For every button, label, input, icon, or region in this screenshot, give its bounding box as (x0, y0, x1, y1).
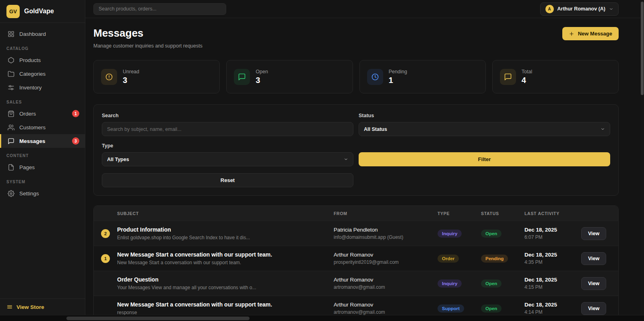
chat-bubble-icon (504, 73, 512, 81)
new-message-button[interactable]: New Message (562, 27, 619, 40)
column-header-subject: SUBJECT (117, 211, 334, 216)
column-header-last-activity: LAST ACTIVITY (524, 211, 581, 216)
stat-label: Unread (123, 69, 139, 75)
message-subject: Order Question (117, 276, 334, 283)
horizontal-scrollbar[interactable] (0, 315, 644, 321)
status-badge: Pending (481, 255, 508, 263)
stat-value: 1 (389, 76, 407, 85)
sidebar-item-dashboard[interactable]: Dashboard (0, 27, 85, 41)
type-select[interactable]: All Types (102, 152, 353, 166)
view-store-link[interactable]: View Store (0, 298, 85, 315)
from-cell: Arthur Romanovprosperityintl2019@gmail.c… (334, 252, 438, 265)
unread-count-badge: 2 (101, 229, 110, 238)
hexagon-icon (8, 57, 14, 64)
sender-email: prosperityintl2019@gmail.com (334, 259, 438, 265)
stat-label: Open (256, 69, 268, 75)
sidebar-item-orders[interactable]: Orders1 (0, 107, 85, 120)
user-menu[interactable]: A Arthur Romanov (A) (540, 2, 619, 16)
message-search-input[interactable] (102, 122, 353, 136)
sidebar-item-pages[interactable]: Pages (0, 160, 85, 174)
from-cell: Arthur Romanovartromanov@gmail.com (334, 302, 438, 315)
sender-name: Arthur Romanov (334, 252, 438, 258)
last-activity-cell: Dec 18, 20254:15 PM (524, 277, 581, 290)
stat-card-open: Open3 (226, 60, 353, 93)
stat-text: Open3 (256, 69, 268, 85)
table-header: SUBJECTFROMTYPESTATUSLAST ACTIVITY (94, 206, 618, 221)
activity-date: Dec 18, 2025 (524, 277, 581, 283)
message-subject: New Message Start a conversation with ou… (117, 251, 334, 258)
menu-icon (6, 304, 13, 310)
stat-card-unread: Unread3 (93, 60, 220, 93)
type-badge: Inquiry (438, 280, 462, 288)
action-cell: View (581, 277, 618, 290)
file-icon (8, 164, 14, 171)
view-button[interactable]: View (581, 252, 606, 265)
unread-cell: 2 (94, 229, 117, 238)
brand-logo: GV (6, 5, 20, 18)
sidebar-item-label: Pages (19, 164, 35, 170)
sidebar-item-messages[interactable]: Messages3 (0, 134, 85, 148)
sidebar-item-inventory[interactable]: Inventory (0, 81, 85, 94)
view-store-label: View Store (17, 304, 44, 310)
notification-badge: 3 (72, 137, 79, 145)
type-badge: Inquiry (438, 230, 462, 238)
sidebar-section-label: CATALOG (0, 41, 85, 53)
message-preview: Enlist goldvape.shop into Google Search … (117, 235, 334, 240)
status-select-value: All Status (364, 126, 387, 132)
type-cell: Support (438, 304, 481, 313)
reset-button[interactable]: Reset (102, 173, 353, 187)
plus-icon (569, 31, 574, 37)
sender-email: artromanov@gmail.com (334, 309, 438, 315)
sidebar-item-products[interactable]: Products (0, 53, 85, 67)
sidebar-item-settings[interactable]: Settings (0, 186, 85, 200)
from-cell: Patricia Pendletoninfo@domainsubmit.app … (334, 227, 438, 240)
message-preview: New Message Start a conversation with ou… (117, 260, 334, 265)
unread-count-badge: 1 (101, 254, 110, 263)
avatar: A (545, 5, 554, 13)
sender-email: info@domainsubmit.app (Guest) (334, 234, 438, 240)
shopping-bag-icon (8, 110, 14, 117)
status-badge: Open (481, 280, 502, 288)
view-button[interactable]: View (581, 227, 606, 240)
subject-cell: Product InformationEnlist goldvape.shop … (117, 226, 334, 240)
subject-cell: New Message Start a conversation with ou… (117, 301, 334, 315)
view-button[interactable]: View (581, 277, 606, 290)
sidebar-section-label: SYSTEM (0, 174, 85, 186)
sender-email: artromanov@gmail.com (334, 284, 438, 290)
vertical-scrollbar[interactable] (640, 0, 644, 315)
global-search-input[interactable] (93, 3, 226, 15)
status-badge: Open (481, 304, 502, 313)
new-message-label: New Message (578, 31, 612, 37)
subject-cell: Order QuestionYour Messages View and man… (117, 276, 334, 290)
chevron-down-icon (609, 7, 613, 11)
type-cell: Inquiry (438, 280, 481, 288)
dashboard-icon (8, 31, 14, 37)
table-row: New Message Start a conversation with ou… (94, 296, 618, 315)
app-window: GV GoldVape DashboardCATALOGProductsCate… (0, 0, 644, 315)
table-row: 2Product InformationEnlist goldvape.shop… (94, 221, 618, 246)
activity-time: 6:07 PM (524, 234, 581, 240)
chat-bubble-icon-box (500, 69, 516, 85)
horizontal-scrollbar-thumb[interactable] (66, 317, 250, 320)
sidebar-item-categories[interactable]: Categories (0, 67, 85, 81)
sidebar-item-customers[interactable]: Customers (0, 120, 85, 134)
view-button[interactable]: View (581, 302, 606, 315)
action-cell: View (581, 227, 618, 240)
status-select[interactable]: All Status (359, 122, 610, 136)
vertical-scrollbar-thumb[interactable] (641, 2, 644, 95)
sidebar-section-label: CONTENT (0, 148, 85, 160)
alert-circle-icon (105, 73, 113, 81)
sidebar-item-label: Settings (19, 191, 39, 197)
column-header-status: STATUS (481, 211, 524, 216)
clock-icon-box (367, 69, 383, 85)
stat-text: Total4 (522, 69, 532, 85)
page-header: Messages Manage customer inquiries and s… (93, 27, 619, 49)
sidebar-item-label: Products (19, 57, 41, 63)
status-cell: Open (481, 304, 524, 313)
sidebar-item-label: Customers (19, 124, 45, 130)
gear-icon (8, 190, 14, 197)
message-preview: response (117, 310, 334, 315)
unread-cell: 1 (94, 254, 117, 263)
clock-icon (371, 73, 379, 81)
filter-button[interactable]: Filter (359, 152, 610, 166)
